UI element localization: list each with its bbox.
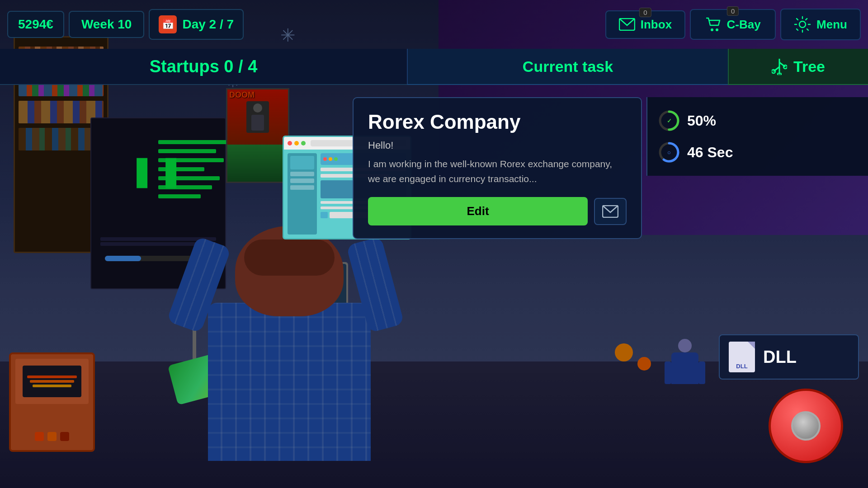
- menu-button[interactable]: Menu: [780, 9, 861, 40]
- popup-panel: Rorex Company Hello! I am working in the…: [353, 97, 642, 239]
- week-badge: Week 10: [69, 11, 145, 38]
- company-name: Rorex Company: [368, 111, 627, 133]
- dot-yellow: [294, 141, 299, 145]
- tree-label: Tree: [793, 58, 825, 75]
- day-value: Day 2 / 7: [182, 17, 234, 32]
- dot-green: [301, 141, 306, 145]
- svg-line-5: [779, 62, 785, 67]
- tree-icon: [772, 58, 787, 75]
- time-remaining: 46 Sec: [687, 144, 733, 161]
- dll-label: DLL: [763, 347, 797, 367]
- mail-button[interactable]: [594, 198, 627, 225]
- tree-button[interactable]: Tree: [728, 49, 868, 85]
- gear-icon: [794, 16, 811, 33]
- mail-icon: [602, 205, 618, 218]
- svg-line-6: [774, 67, 779, 71]
- svg-point-2: [716, 28, 718, 31]
- cbay-button[interactable]: 0 C-Bay: [690, 9, 776, 40]
- dot-red: [288, 141, 292, 145]
- current-task-label: Current task: [523, 58, 613, 75]
- inbox-count-badge: 0: [639, 8, 651, 17]
- startups-bar: Startups 0 / 4: [0, 49, 407, 85]
- red-circle-control[interactable]: [769, 389, 843, 463]
- time-circle: ○: [658, 141, 680, 163]
- preview-sidebar: [288, 153, 317, 235]
- cbay-count-badge: 0: [727, 6, 739, 16]
- day-badge[interactable]: 📅 Day 2 / 7: [149, 9, 244, 40]
- current-task-button[interactable]: Current task: [407, 49, 728, 85]
- overlay-content: 5294€ Week 10 📅 Day 2 / 7 0 Inbox: [0, 0, 868, 488]
- svg-point-1: [711, 28, 713, 31]
- startups-label: Startups 0 / 4: [150, 57, 258, 76]
- inbox-label: Inbox: [641, 18, 672, 32]
- task-tree-bar: Current task Tree: [407, 49, 868, 85]
- top-bar: 5294€ Week 10 📅 Day 2 / 7 0 Inbox: [0, 0, 868, 49]
- currency-badge: 5294€: [7, 11, 64, 38]
- greeting: Hello!: [368, 140, 627, 151]
- dll-file-icon: DLL: [729, 342, 755, 372]
- cart-icon: [705, 16, 722, 33]
- calendar-icon: 📅: [159, 15, 177, 33]
- time-stat-row: ○ 46 Sec: [658, 141, 857, 163]
- description: I am working in the well-known Rorex exc…: [368, 157, 627, 186]
- svg-point-3: [799, 21, 806, 28]
- inbox-button-wrap: 0 Inbox: [605, 10, 685, 39]
- week-value: Week 10: [81, 17, 132, 32]
- edit-button[interactable]: Edit: [368, 197, 588, 225]
- currency-value: 5294€: [18, 17, 53, 32]
- red-circle-inner: [791, 411, 821, 441]
- cbay-label: C-Bay: [727, 18, 761, 32]
- dll-file-ext: DLL: [736, 363, 747, 370]
- dll-item[interactable]: DLL DLL: [719, 334, 859, 380]
- progress-percent: 50%: [687, 113, 716, 129]
- stats-panel: ✓ 50% ○ 46 Sec: [646, 97, 868, 176]
- menu-label: Menu: [816, 18, 847, 32]
- popup-actions: Edit: [368, 197, 627, 225]
- inbox-icon: [619, 18, 635, 31]
- progress-stat-row: ✓ 50%: [658, 110, 857, 131]
- inbox-button[interactable]: 0 Inbox: [605, 10, 685, 39]
- cbay-button-wrap: 0 C-Bay: [690, 9, 776, 40]
- progress-circle: ✓: [658, 110, 680, 131]
